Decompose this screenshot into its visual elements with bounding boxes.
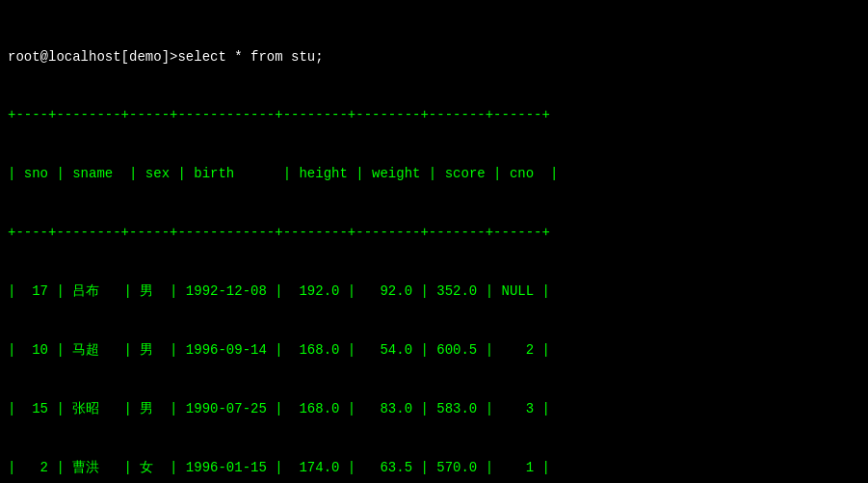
separator-top: +----+--------+-----+------------+------… (8, 105, 860, 124)
terminal-window: root@localhost[demo]>select * from stu; … (8, 8, 860, 483)
table-row: | 15 | 张昭 | 男 | 1990-07-25 | 168.0 | 83.… (8, 399, 860, 418)
separator-header: +----+--------+-----+------------+------… (8, 223, 860, 242)
table-row: | 10 | 马超 | 男 | 1996-09-14 | 168.0 | 54.… (8, 340, 860, 360)
command-line: root@localhost[demo]>select * from stu; (8, 47, 860, 67)
table-row: | 2 | 曹洪 | 女 | 1996-01-15 | 174.0 | 63.5… (8, 458, 860, 477)
table-header: | sno | sname | sex | birth | height | w… (8, 164, 860, 183)
table-row: | 17 | 吕布 | 男 | 1992-12-08 | 192.0 | 92.… (8, 282, 860, 301)
